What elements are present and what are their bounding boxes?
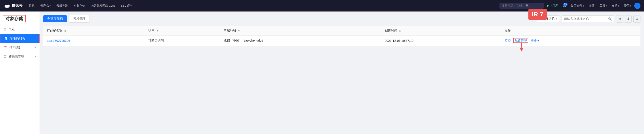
cell-region: 成都（中国）（ap-chengdu） <box>220 36 381 46</box>
filter-arrow-icon: ▾ <box>556 18 557 20</box>
usage-stats-arrow: ∨ <box>34 46 36 49</box>
sidebar-item-overview[interactable]: ⊞ 概览 <box>0 25 40 34</box>
col-create-time-label: 创建时间 <box>385 29 397 32</box>
nav-overview[interactable]: 总览 <box>26 2 37 9</box>
cell-access: 可匿名访问 <box>145 36 220 46</box>
table-row: test-1302790306 可匿名访问 成都（中国）（ap-chengdu）… <box>43 36 640 46</box>
avatar-icon: 👤 <box>636 4 639 8</box>
bucket-list-icon: 🗄 <box>4 37 7 40</box>
col-region: 所属地域 ▼ <box>220 26 381 36</box>
col-access-filter-icon[interactable]: ▼ <box>156 30 158 32</box>
settings-button[interactable]: ⚙ <box>634 15 640 22</box>
main-layout: 对象存储 ⊞ 概览 🗄 存储桶列表 📅 使用统计 ∨ ☐ 资源包管理 ∨ <box>0 12 644 134</box>
resource-mgmt-left: ☐ 资源包管理 <box>4 54 24 58</box>
nav-cvm[interactable]: 云服务器 <box>54 2 70 9</box>
sidebar-title: 对象存储 <box>5 16 23 21</box>
sidebar-item-resource-mgmt[interactable]: ☐ 资源包管理 ∨ <box>0 52 40 61</box>
account-btn[interactable]: 集团账号 <box>569 3 586 8</box>
content-area: 创建存储桶 授权管理 存储桶名称 ▾ 🔍 ↻ ⬇ <box>40 12 644 134</box>
top-navigation: 腾讯云 总览 云产品 云服务器 对象存储 内容分发网络 CDN SSL 证书 ·… <box>0 0 644 12</box>
refresh-icon: ↻ <box>618 17 621 21</box>
nav-cloud-products[interactable]: 云产品 <box>38 2 53 9</box>
beian-link[interactable]: 备案 <box>587 3 596 8</box>
usage-stats-left: 📅 使用统计 <box>4 46 22 50</box>
download-icon: ⬇ <box>627 17 630 21</box>
sidebar-item-usage-stats[interactable]: 📅 使用统计 ∨ <box>0 43 40 52</box>
fee-btn[interactable]: 费用 <box>622 3 633 8</box>
col-create-time-sort-icon[interactable]: ⇅ <box>399 30 401 32</box>
toolbar: 创建存储桶 授权管理 存储桶名称 ▾ 🔍 ↻ ⬇ <box>43 15 640 22</box>
col-name: 存储桶名称 ⇅ <box>43 26 145 36</box>
sidebar-item-bucket-label: 存储桶列表 <box>10 36 25 40</box>
col-actions: 操作 <box>501 26 640 36</box>
fee-label: 费用 <box>624 4 630 8</box>
col-region-label: 所属地域 <box>224 29 236 32</box>
ir-badge: IR 7 <box>528 9 547 20</box>
red-arrow-annotation <box>517 43 526 52</box>
sidebar-item-overview-label: 概览 <box>8 27 15 31</box>
col-access: 访问 ▼ <box>145 26 220 36</box>
col-name-label: 存储桶名称 <box>47 29 62 32</box>
notification-btn[interactable]: ✉ 29 <box>561 3 568 9</box>
support-label: 支持 <box>612 4 618 8</box>
table-body: test-1302790306 可匿名访问 成都（中国）（ap-chengdu）… <box>43 36 640 46</box>
tools-btn[interactable]: 工具 <box>598 3 609 8</box>
table-header: 存储桶名称 ⇅ 访问 ▼ 所属地域 ▼ 创建时间 ⇅ 操作 <box>43 26 640 36</box>
svg-point-2 <box>7 4 10 7</box>
sidebar-item-bucket-list[interactable]: 🗄 存储桶列表 <box>0 34 40 43</box>
toolbar-right: 存储桶名称 ▾ 🔍 ↻ ⬇ ⚙ <box>537 15 640 22</box>
mini-program-dot <box>547 5 548 7</box>
mini-program-label: 小程序 <box>550 4 558 8</box>
cell-bucket-name: test-1302790306 <box>43 36 145 46</box>
resource-mgmt-arrow: ∨ <box>34 55 36 58</box>
nav-cdn[interactable]: 内容分发网络 CDN <box>88 2 117 9</box>
svg-marker-4 <box>520 48 523 52</box>
sidebar-item-resource-label: 资源包管理 <box>8 54 24 58</box>
nav-ssl[interactable]: SSL 证书 <box>119 2 135 9</box>
bucket-name-link[interactable]: test-1302790306 <box>47 39 70 42</box>
download-button[interactable]: ⬇ <box>625 15 632 22</box>
account-label: 集团账号 <box>571 4 582 8</box>
search-placeholder: 搜索产品、文档... <box>502 4 524 8</box>
bucket-search-wrap: 🔍 <box>562 16 614 22</box>
cell-create-time: 2021-12-06 10:57:10 <box>381 36 501 46</box>
usage-stats-icon: 📅 <box>4 46 7 50</box>
support-btn[interactable]: 支持 <box>610 3 621 8</box>
bucket-search-input[interactable] <box>562 16 606 22</box>
bucket-search-button[interactable]: 🔍 <box>606 16 614 22</box>
search-icon: 🔍 <box>526 4 529 8</box>
top-nav-right: 小程序 ✉ 29 集团账号 备案 工具 支持 费用 👤 <box>545 3 640 9</box>
col-name-sort-icon[interactable]: ⇅ <box>64 30 66 32</box>
sidebar-item-usage-label: 使用统计 <box>10 46 22 50</box>
create-bucket-button[interactable]: 创建存储桶 <box>43 15 67 22</box>
tools-label: 工具 <box>600 4 605 8</box>
auth-management-button[interactable]: 授权管理 <box>69 15 90 22</box>
global-search[interactable]: 搜索产品、文档... 🔍 <box>500 3 544 8</box>
settings-icon: ⚙ <box>636 17 638 21</box>
mini-program-btn[interactable]: 小程序 <box>545 3 560 8</box>
notification-badge: 29 <box>563 3 568 6</box>
cell-actions: 监控 配置管理 更多 ▾ <box>501 36 640 46</box>
more-arrow-icon: ▾ <box>538 39 539 42</box>
logo[interactable]: 腾讯云 <box>4 2 22 9</box>
nav-more[interactable]: ··· <box>136 3 143 9</box>
user-avatar[interactable]: 👤 <box>634 3 640 9</box>
col-create-time: 创建时间 ⇅ <box>381 26 501 36</box>
search-icon: 🔍 <box>608 17 612 20</box>
col-access-label: 访问 <box>148 29 154 32</box>
col-region-filter-icon[interactable]: ▼ <box>238 30 240 32</box>
refresh-button[interactable]: ↻ <box>616 15 623 22</box>
more-link[interactable]: 更多 ▾ <box>531 39 539 43</box>
config-management-link[interactable]: 配置管理 <box>513 38 528 43</box>
monitor-link[interactable]: 监控 <box>504 39 511 42</box>
overview-icon: ⊞ <box>4 27 6 31</box>
bucket-table: 存储桶名称 ⇅ 访问 ▼ 所属地域 ▼ 创建时间 ⇅ 操作 <box>43 26 640 46</box>
sidebar: 对象存储 ⊞ 概览 🗄 存储桶列表 📅 使用统计 ∨ ☐ 资源包管理 ∨ <box>0 12 40 134</box>
nav-cos[interactable]: 对象存储 <box>72 2 87 9</box>
resource-mgmt-icon: ☐ <box>4 55 6 58</box>
